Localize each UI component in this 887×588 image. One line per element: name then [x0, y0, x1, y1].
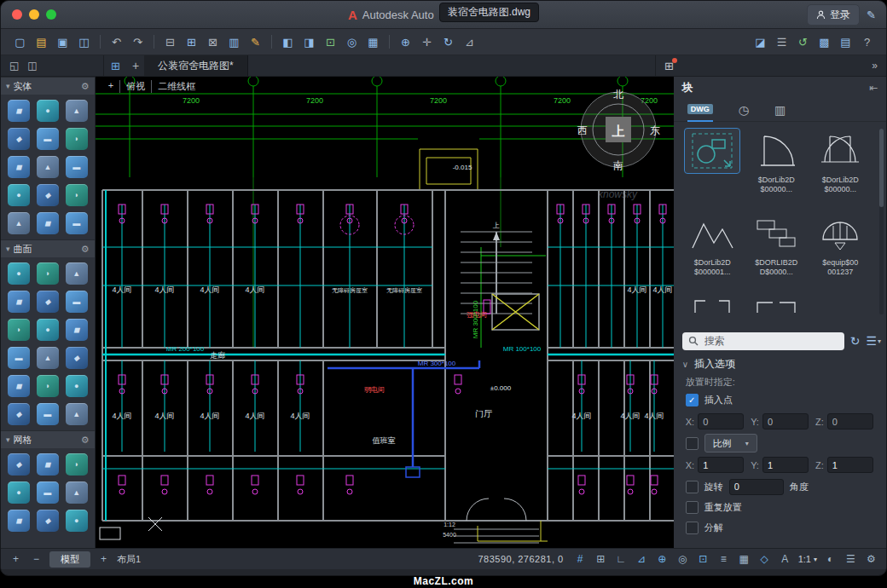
zoom-out-icon[interactable]: − [29, 553, 43, 565]
view-options-button[interactable]: ☰▾ [866, 334, 881, 348]
compass-east[interactable]: 东 [650, 124, 660, 136]
tool-palettes-icon[interactable]: ◪ [750, 32, 771, 51]
properties-icon[interactable]: ☰ [771, 32, 792, 51]
vp-view-control[interactable]: 俯视 [120, 80, 152, 93]
compass-north[interactable]: 北 [613, 89, 623, 101]
tool-icon[interactable] [37, 128, 59, 150]
gear-icon[interactable]: ⚙ [81, 81, 90, 92]
tool-icon[interactable] [66, 262, 88, 285]
explode-checkbox[interactable] [686, 522, 699, 534]
lineweight-icon[interactable]: ≡ [716, 553, 731, 565]
scale-z-input[interactable] [827, 457, 873, 473]
tab-drawing[interactable]: 公装宿舍电路图* [144, 55, 248, 76]
scale-y-input[interactable] [762, 457, 809, 473]
insertion-point-checkbox[interactable]: ✓ [686, 394, 699, 406]
search-input[interactable] [703, 334, 838, 348]
field-icon[interactable]: ▦ [362, 32, 384, 51]
tool-icon[interactable] [66, 184, 88, 206]
blocks-palette-grid-icon[interactable]: ⊞ [664, 60, 674, 72]
feedback-icon[interactable]: ✎ [867, 9, 876, 21]
minimize-button[interactable] [29, 9, 39, 20]
tool-icon[interactable] [8, 403, 30, 425]
tool-icon[interactable] [37, 453, 59, 476]
paste-icon[interactable]: ◨ [299, 32, 320, 51]
help-icon[interactable]: ? [856, 32, 878, 51]
zoom-in-icon[interactable]: + [9, 553, 23, 565]
tool-icon[interactable] [37, 319, 59, 341]
scale-x-input[interactable] [698, 457, 744, 473]
tool-icon[interactable] [8, 347, 30, 369]
tool-icon[interactable] [66, 453, 88, 476]
tool-icon[interactable] [8, 291, 30, 313]
orbit-icon[interactable]: ↻ [438, 32, 459, 51]
scale-dropdown[interactable]: 比例 ▾ [704, 434, 757, 453]
tool-icon[interactable] [66, 156, 88, 178]
start-tab-grid-icon[interactable]: ⊞ [104, 55, 127, 76]
snap-icon[interactable]: ⊞ [594, 553, 608, 565]
tool-icon[interactable] [66, 510, 88, 532]
layout1-tab[interactable]: 布局1 [117, 553, 141, 566]
tool-icon[interactable] [66, 291, 88, 313]
selection-cycling-icon[interactable]: ◇ [757, 553, 772, 565]
tool-icon[interactable] [37, 262, 59, 285]
block-item[interactable]: $DorLib2D$000001... [682, 211, 743, 289]
tool-icon[interactable] [37, 212, 59, 234]
insert-block-icon[interactable]: ⊡ [320, 32, 341, 51]
compass-west[interactable]: 西 [577, 124, 588, 136]
ortho-icon[interactable]: ∟ [614, 553, 629, 565]
block-item[interactable]: $equip$00001237 [810, 211, 871, 289]
auto-hide-icon[interactable]: ⇤ [869, 82, 878, 94]
rotation-input[interactable] [729, 479, 784, 495]
refresh-icon[interactable]: ↺ [792, 32, 814, 51]
pan-icon[interactable]: ✛ [416, 32, 438, 51]
insert-options-header[interactable]: ∨ 插入选项 [682, 354, 878, 374]
chevrons-icon[interactable]: » [872, 60, 878, 72]
rotation-checkbox[interactable] [686, 481, 699, 493]
tool-icon[interactable] [66, 347, 88, 369]
tab-libraries[interactable]: ▥ [774, 99, 786, 121]
tool-icon[interactable] [66, 319, 88, 341]
tool-icon[interactable] [8, 319, 30, 341]
blocks-scrollbar[interactable] [879, 129, 884, 314]
tool-icon[interactable] [37, 100, 59, 122]
save-icon[interactable]: ▣ [52, 32, 73, 51]
tool-icon[interactable] [37, 184, 59, 206]
tool-icon[interactable] [37, 291, 59, 313]
palette-windows-icon[interactable]: ◫ [27, 60, 37, 72]
tool-icon[interactable] [37, 403, 59, 425]
new-file-icon[interactable]: ▢ [9, 32, 31, 51]
tool-icon[interactable] [8, 262, 30, 285]
palette-section-mesh[interactable]: ▾ 网格 ⚙ [1, 430, 95, 448]
search-box[interactable] [682, 332, 844, 350]
workspace-gear-icon[interactable]: ⚙ [864, 553, 878, 565]
block-item-partial[interactable] [682, 294, 743, 328]
gear-icon[interactable]: ⚙ [81, 435, 90, 446]
vp-expand-control[interactable]: + [102, 80, 120, 93]
copy-icon[interactable]: ◧ [277, 32, 299, 51]
open-folder-icon[interactable]: ▤ [31, 32, 52, 51]
annotation-icon[interactable]: A [778, 553, 792, 565]
tool-icon[interactable] [8, 184, 30, 206]
new-drawing-tab-button[interactable]: + [127, 55, 144, 76]
osnap-tracking-icon[interactable]: ◎ [675, 553, 690, 565]
tab-current-drawing[interactable]: DWG [687, 98, 713, 122]
compass-up[interactable]: 上 [611, 124, 624, 138]
gear-icon[interactable]: ⚙ [81, 244, 90, 255]
vp-style-control[interactable]: 二维线框 [152, 80, 201, 93]
block-item[interactable]: $DorLib2D$00000... [810, 129, 871, 206]
tool-icon[interactable] [8, 375, 30, 397]
point-x-input[interactable] [698, 413, 744, 429]
redo-icon[interactable]: ↷ [127, 32, 148, 51]
undo-icon[interactable]: ↶ [106, 32, 127, 51]
polar-tracking-icon[interactable]: ⊿ [635, 553, 649, 565]
model-tab[interactable]: 模型 [49, 551, 90, 568]
tool-icon[interactable] [37, 347, 59, 369]
tool-icon[interactable] [66, 375, 88, 397]
tool-icon[interactable] [8, 481, 30, 504]
page-setup-icon[interactable]: ▥ [223, 32, 245, 51]
close-button[interactable] [12, 9, 22, 20]
block-item[interactable]: $DorLib2D$00000... [746, 129, 807, 206]
tool-icon[interactable] [8, 100, 30, 122]
palette-properties-icon[interactable]: ◱ [9, 60, 19, 72]
compass-south[interactable]: 南 [613, 159, 623, 171]
